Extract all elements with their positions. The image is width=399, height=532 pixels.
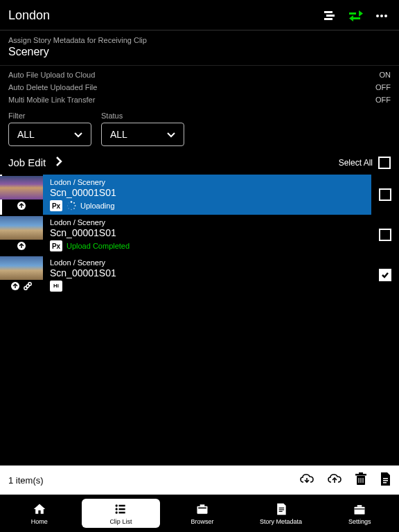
clip-subtitle: Lodon / Scenery bbox=[50, 178, 364, 186]
filter-dropdown[interactable]: ALL bbox=[8, 123, 91, 146]
svg-point-15 bbox=[73, 208, 75, 209]
jobedit-row: Job Edit Select All bbox=[0, 153, 399, 175]
clip-status: Uploading bbox=[80, 202, 115, 210]
clip-checkbox[interactable] bbox=[379, 229, 391, 241]
filter-label: Filter bbox=[8, 112, 91, 120]
status-group: Status ALL bbox=[101, 112, 184, 146]
svg-rect-44 bbox=[200, 504, 205, 506]
nav-home[interactable]: Home bbox=[0, 495, 79, 532]
svg-point-12 bbox=[71, 201, 73, 203]
chevron-down-icon bbox=[167, 129, 175, 140]
clip-checkbox[interactable] bbox=[379, 269, 391, 281]
clip-body: Lodon / Scenery Scn_00001S01 Px Uploadin… bbox=[43, 175, 371, 215]
svg-rect-51 bbox=[355, 508, 365, 509]
clip-title: Scn_00001S01 bbox=[50, 227, 364, 238]
svg-rect-43 bbox=[197, 506, 207, 513]
svg-rect-40 bbox=[119, 508, 125, 510]
svg-rect-30 bbox=[359, 472, 363, 474]
select-all[interactable]: Select All bbox=[339, 157, 391, 169]
dropdown-value: ALL bbox=[110, 129, 127, 140]
document-icon[interactable] bbox=[380, 472, 391, 488]
queue-icon[interactable] bbox=[324, 11, 337, 21]
clip-subtitle: Lodon / Scenery bbox=[50, 258, 364, 267]
clip-subtitle: Lodon / Scenery bbox=[50, 218, 364, 227]
clip-item[interactable]: Lodon / Scenery Scn_00001S01 Px Upload C… bbox=[0, 215, 399, 255]
transfer-icon[interactable] bbox=[349, 10, 363, 21]
header-actions bbox=[324, 10, 388, 21]
clip-title: Scn_00001S01 bbox=[50, 267, 364, 278]
svg-point-24 bbox=[24, 286, 27, 289]
svg-rect-50 bbox=[357, 505, 362, 507]
nav-label: Home bbox=[31, 518, 48, 525]
svg-rect-1 bbox=[326, 15, 335, 17]
svg-point-41 bbox=[116, 511, 118, 513]
cloud-upload-icon[interactable] bbox=[327, 473, 342, 488]
clip-item[interactable]: Lodon / Scenery Scn_00001S01 Px Uploadin… bbox=[0, 175, 399, 215]
page-title: London bbox=[8, 8, 50, 23]
svg-rect-3 bbox=[349, 12, 356, 15]
jobedit-button[interactable]: Job Edit bbox=[8, 156, 62, 169]
chevron-down-icon bbox=[74, 129, 82, 140]
more-icon[interactable] bbox=[375, 11, 388, 21]
clip-status: Upload Completed bbox=[66, 242, 130, 250]
setting-value: OFF bbox=[375, 83, 391, 91]
setting-row[interactable]: Multi Mobile Link Transfer OFF bbox=[8, 94, 391, 106]
clip-thumbnail bbox=[0, 215, 43, 255]
svg-rect-2 bbox=[324, 18, 332, 20]
selection-count: 1 item(s) bbox=[8, 475, 44, 486]
svg-point-25 bbox=[28, 282, 31, 285]
svg-point-18 bbox=[67, 205, 68, 206]
setting-row[interactable]: Auto File Upload to Cloud ON bbox=[8, 69, 391, 81]
svg-point-37 bbox=[116, 504, 118, 506]
nav-cliplist[interactable]: Clip List bbox=[82, 499, 161, 528]
clip-list: Lodon / Scenery Scn_00001S01 Px Uploadin… bbox=[0, 175, 399, 466]
svg-rect-0 bbox=[324, 11, 332, 13]
metadata-title: Scenery bbox=[8, 46, 391, 58]
setting-value: OFF bbox=[375, 96, 391, 104]
svg-point-17 bbox=[68, 208, 69, 209]
setting-label: Multi Mobile Link Transfer bbox=[8, 96, 95, 104]
upload-icon bbox=[10, 281, 20, 293]
link-icon bbox=[23, 281, 33, 293]
svg-point-39 bbox=[116, 508, 118, 510]
bottom-toolbar: 1 item(s) bbox=[0, 466, 399, 495]
nav-label: Story Metadata bbox=[260, 518, 302, 525]
spinner-icon bbox=[66, 201, 76, 211]
svg-rect-34 bbox=[383, 478, 388, 479]
filter-bar: Filter ALL Status ALL bbox=[0, 109, 399, 153]
nav-story[interactable]: Story Metadata bbox=[242, 495, 321, 532]
clip-body: Lodon / Scenery Scn_00001S01 Px Upload C… bbox=[43, 215, 371, 255]
jobedit-label: Job Edit bbox=[8, 157, 46, 168]
status-dropdown[interactable]: ALL bbox=[101, 123, 184, 146]
trash-icon[interactable] bbox=[355, 472, 367, 488]
metadata-subtitle: Assign Story Metadata for Receiving Clip bbox=[8, 36, 391, 44]
setting-label: Auto File Upload to Cloud bbox=[8, 71, 95, 79]
select-all-checkbox[interactable] bbox=[378, 157, 391, 169]
svg-rect-45 bbox=[198, 507, 206, 508]
nav-label: Browser bbox=[190, 518, 213, 525]
svg-point-14 bbox=[75, 205, 76, 206]
svg-rect-36 bbox=[383, 482, 387, 484]
clip-thumbnail bbox=[0, 175, 43, 215]
settings-list: Auto File Upload to Cloud ON Auto Delete… bbox=[0, 66, 399, 109]
metadata-section: Assign Story Metadata for Receiving Clip… bbox=[0, 30, 399, 66]
svg-point-19 bbox=[68, 202, 69, 203]
nav-browser[interactable]: Browser bbox=[163, 495, 242, 532]
nav-settings[interactable]: Settings bbox=[320, 495, 399, 532]
clip-checkbox-cell bbox=[371, 255, 399, 295]
setting-row[interactable]: Auto Delete Uploaded File OFF bbox=[8, 81, 391, 94]
svg-point-8 bbox=[380, 15, 383, 17]
svg-marker-4 bbox=[359, 10, 363, 17]
svg-rect-49 bbox=[355, 506, 365, 514]
svg-point-13 bbox=[73, 202, 75, 204]
upload-icon bbox=[17, 241, 26, 253]
cloud-download-icon[interactable] bbox=[299, 473, 314, 488]
clip-item[interactable]: Lodon / Scenery Scn_00001S01 Hi bbox=[0, 255, 399, 295]
clip-checkbox[interactable] bbox=[379, 188, 391, 201]
px-badge: Px bbox=[50, 200, 62, 211]
hi-badge: Hi bbox=[50, 281, 62, 292]
status-label: Status bbox=[101, 112, 184, 120]
bottom-nav: Home Clip List Browser Story Metadata Se… bbox=[0, 495, 399, 532]
svg-point-9 bbox=[384, 15, 387, 17]
setting-label: Auto Delete Uploaded File bbox=[8, 83, 97, 91]
